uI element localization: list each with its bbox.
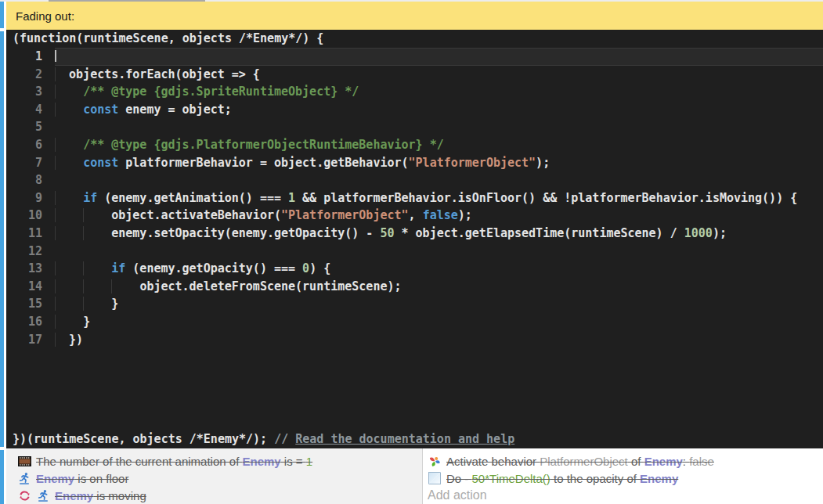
event-drag-handle[interactable]	[0, 31, 4, 447]
event-drag-handle[interactable]	[0, 450, 4, 504]
invert-icon	[17, 490, 31, 502]
opacity-icon	[428, 472, 442, 484]
condition-row[interactable]: The number of the current animation of E…	[17, 452, 422, 470]
line-number: 7	[6, 154, 55, 172]
line-number: 8	[6, 171, 55, 189]
js-wrapper-header: (function(runtimeScene, objects /*Enemy*…	[6, 30, 823, 48]
event-drag-handle[interactable]	[0, 2, 4, 28]
conditions-list[interactable]: The number of the current animation of E…	[6, 448, 423, 504]
behavior-icon	[428, 455, 442, 468]
js-code-editor[interactable]: (function(runtimeScene, objects /*Enemy*…	[6, 30, 823, 448]
action-row[interactable]: Do - 50*TimeDelta() to the opacity of En…	[428, 470, 823, 487]
line-number: 2	[6, 66, 55, 84]
code-line[interactable]: 7 const platformerBehavior = object.getB…	[6, 154, 823, 172]
code-line[interactable]: 6 /** @type {gdjs.PlatformerObjectRuntim…	[6, 136, 823, 154]
action-row-text: Do - 50*TimeDelta() to the opacity of En…	[446, 472, 678, 485]
condition-row[interactable]: Enemy is moving	[17, 487, 422, 504]
code-line[interactable]: 16 }	[6, 313, 823, 331]
line-number: 17	[6, 331, 55, 349]
code-line[interactable]: 3 /** @type {gdjs.SpriteRuntimeObject} *…	[6, 83, 823, 101]
code-line[interactable]: 4 const enemy = object;	[6, 101, 823, 119]
line-number: 6	[6, 136, 55, 154]
line-number: 5	[6, 118, 55, 136]
comment-text: Fading out:	[6, 9, 74, 23]
editor-empty-area[interactable]	[6, 348, 823, 430]
line-number: 15	[6, 295, 55, 313]
line-number: 16	[6, 313, 55, 331]
comment-event[interactable]: Fading out:	[6, 2, 823, 30]
condition-row-text: Enemy is on floor	[36, 472, 128, 485]
code-line[interactable]: 10 object.activateBehavior("PlatformerOb…	[6, 207, 823, 225]
text-cursor	[55, 50, 56, 62]
code-line[interactable]: 9 if (enemy.getAnimation() === 1 && plat…	[6, 189, 823, 207]
condition-row[interactable]: Enemy is on floor	[17, 470, 422, 487]
code-line[interactable]: 12	[6, 243, 823, 261]
actions-list[interactable]: Activate behavior PlatformerObject of En…	[428, 452, 823, 487]
action-row[interactable]: Activate behavior PlatformerObject of En…	[428, 452, 823, 470]
line-number: 9	[6, 189, 55, 207]
code-line[interactable]: 13 if (enemy.getOpacity() === 0) {	[6, 260, 823, 278]
code-line[interactable]: 5	[6, 118, 823, 136]
animation-frame-icon	[17, 456, 31, 466]
code-line[interactable]: 11 enemy.setOpacity(enemy.getOpacity() -…	[6, 225, 823, 243]
code-line[interactable]: 2 objects.forEach(object => {	[6, 66, 823, 84]
js-footer-code: })(runtimeScene, objects /*Enemy*/);	[13, 430, 274, 448]
code-line[interactable]: 14 object.deleteFromScene(runtimeScene);	[6, 278, 823, 296]
code-lines[interactable]: 12 objects.forEach(object => {3 /** @typ…	[6, 48, 823, 348]
line-number: 4	[6, 101, 55, 119]
add-action-button[interactable]: Add action	[428, 487, 823, 504]
standard-event: The number of the current animation of E…	[6, 448, 823, 504]
code-line[interactable]: 15 }	[6, 295, 823, 313]
code-line[interactable]: 1	[6, 48, 823, 66]
line-number: 14	[6, 278, 55, 296]
js-wrapper-footer: })(runtimeScene, objects /*Enemy*/); // …	[6, 430, 823, 448]
platformer-runner-icon	[17, 472, 31, 484]
code-line[interactable]: 8	[6, 171, 823, 189]
action-row-text: Activate behavior PlatformerObject of En…	[446, 455, 714, 468]
line-number: 11	[6, 225, 55, 243]
line-number: 13	[6, 260, 55, 278]
js-footer-comment-slashes: //	[274, 430, 295, 448]
code-line[interactable]: 17 })	[6, 331, 823, 349]
line-number: 1	[6, 48, 55, 66]
condition-row-text: Enemy is moving	[55, 489, 146, 502]
condition-row-text: The number of the current animation of E…	[36, 455, 312, 468]
platformer-runner-icon	[36, 489, 50, 502]
documentation-link[interactable]: Read the documentation and help	[295, 430, 514, 448]
line-number: 10	[6, 207, 55, 225]
line-number: 12	[6, 243, 55, 261]
gdevelop-event-sheet: Fading out: (function(runtimeScene, obje…	[0, 0, 823, 504]
line-number: 3	[6, 83, 55, 101]
